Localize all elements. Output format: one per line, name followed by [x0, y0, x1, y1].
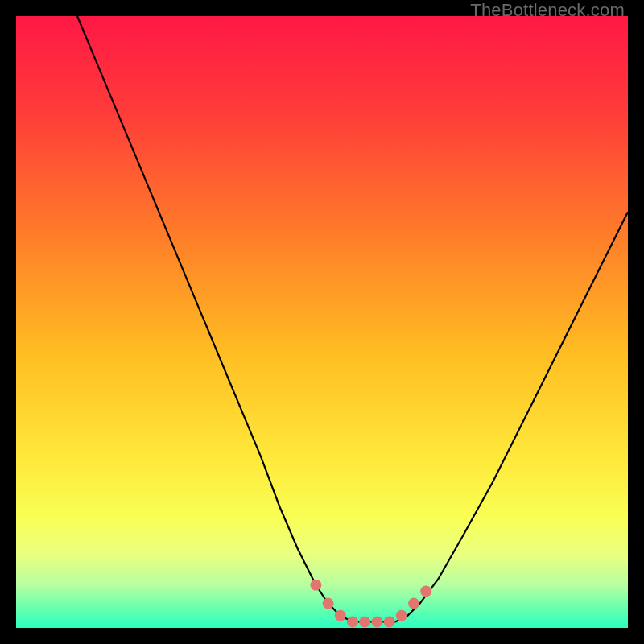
- marker-point: [396, 610, 407, 621]
- marker-point: [384, 616, 395, 627]
- marker-point: [347, 616, 358, 627]
- watermark-label: TheBottleneck.com: [470, 0, 625, 21]
- marker-point: [371, 616, 382, 627]
- chart-frame: [16, 16, 628, 628]
- marker-point: [408, 598, 419, 609]
- marker-point: [420, 585, 431, 597]
- bottleneck-chart: [16, 16, 628, 628]
- heatmap-background: [16, 16, 628, 628]
- marker-point: [359, 616, 370, 627]
- marker-point: [335, 610, 346, 621]
- marker-point: [310, 580, 321, 591]
- marker-point: [323, 598, 334, 609]
